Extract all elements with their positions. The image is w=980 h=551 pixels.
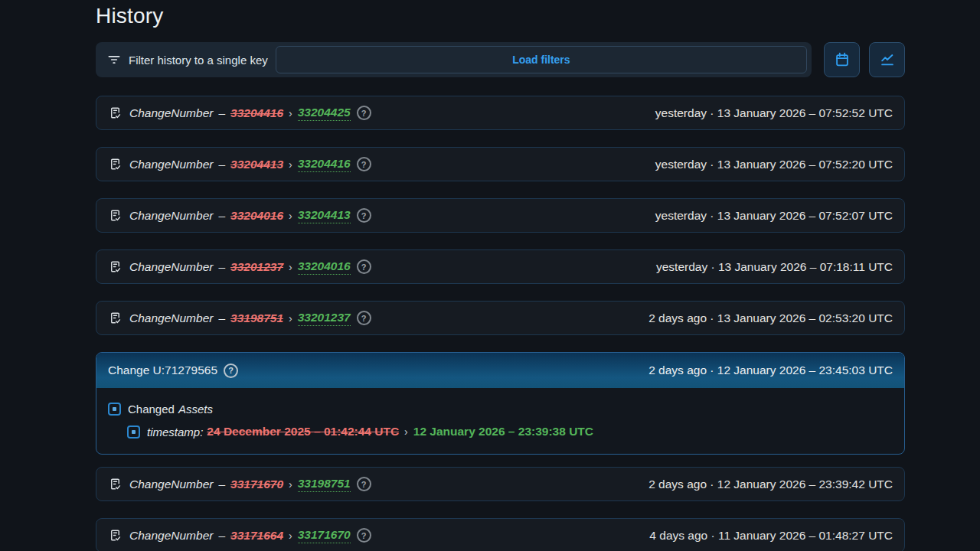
old-value: 33171670 [230,478,283,491]
help-circle-icon[interactable]: ? [357,106,371,120]
expanded-change-header[interactable]: Change U:71279565 ? 2 days ago · 12 Janu… [96,353,904,388]
new-value: 12 January 2026 – 23:39:38 UTC [413,425,593,439]
field-name: ChangeNumber [129,478,213,491]
line-chart-icon [879,51,896,68]
help-circle-icon[interactable]: ? [357,311,371,325]
changelist-check-icon [108,208,122,223]
new-value-link[interactable]: 33204413 [298,208,351,223]
field-name: ChangeNumber [129,529,213,543]
chart-button[interactable] [869,42,905,77]
change-timestamp: 2 days ago · 12 January 2026 – 23:45:03 … [648,364,893,377]
square-dot-bullet-icon [108,403,121,416]
row-timestamp: 2 days ago · 13 January 2026 – 02:53:20 … [648,311,893,325]
field-name: ChangeNumber [129,106,213,120]
changelist-check-icon [108,311,122,325]
new-value-link[interactable]: 33204425 [298,106,351,121]
arrow-separator: › [404,425,408,438]
filter-label: Filter history to a single key [129,54,268,67]
dash-separator: – [218,311,225,325]
history-toolbar: Filter history to a single key Load filt… [96,42,905,77]
row-timestamp: 4 days ago · 11 January 2026 – 01:48:27 … [649,529,893,543]
field-name: ChangeNumber [129,209,213,223]
changelist-check-icon [108,259,122,274]
field-name: ChangeNumber [129,311,213,325]
changelist-check-icon [108,528,122,543]
field-name: ChangeNumber [129,260,213,274]
history-row[interactable]: ChangeNumber – 33171664 › 33171670 ? 4 d… [96,518,905,551]
timestamp-change-line: timestamp: 24 December 2025 – 01:42:44 U… [127,420,893,443]
dash-separator: – [218,106,225,120]
changed-label: Changed [128,403,175,416]
history-row[interactable]: ChangeNumber – 33201237 › 33204016 ? yes… [96,249,905,284]
dash-separator: – [218,260,225,274]
expanded-change-body: Changed Assets timestamp: 24 December 20… [96,388,904,454]
dash-separator: – [218,529,225,543]
old-value: 24 December 2025 – 01:42:44 UTC [207,425,399,439]
changelist-check-icon [108,106,122,120]
history-row[interactable]: ChangeNumber – 33171670 › 33198751 ? 2 d… [96,467,905,501]
filter-lines-icon [106,52,122,67]
page-title: History [96,2,905,31]
field-name: ChangeNumber [129,158,213,171]
help-circle-icon[interactable]: ? [357,259,371,274]
help-circle-icon[interactable]: ? [357,157,371,171]
calendar-icon [834,51,851,68]
history-row[interactable]: ChangeNumber – 33204016 › 33204413 ? yes… [96,198,905,233]
arrow-separator: › [289,261,292,273]
changed-field: Assets [178,403,213,416]
row-timestamp: yesterday · 13 January 2026 – 07:52:07 U… [655,209,893,223]
dash-separator: – [218,209,225,223]
square-dot-bullet-icon [127,425,140,439]
arrow-separator: › [289,478,292,491]
old-value: 33201237 [230,260,283,274]
old-value: 33204413 [230,158,283,171]
dash-separator: – [218,158,225,171]
row-timestamp: 2 days ago · 12 January 2026 – 23:39:42 … [648,478,893,491]
old-value: 33204016 [230,209,283,223]
row-timestamp: yesterday · 13 January 2026 – 07:18:11 U… [656,260,893,274]
dash-separator: – [218,478,225,491]
sub-field-name: timestamp: [147,425,203,439]
changelist-check-icon [108,477,122,491]
old-value: 33204416 [230,106,283,120]
change-title: Change U:71279565 [108,364,217,377]
new-value-link[interactable]: 33201237 [298,311,351,326]
new-value-link[interactable]: 33198751 [298,477,351,492]
load-filters-button[interactable]: Load filters [276,46,807,73]
help-circle-icon[interactable]: ? [357,477,371,491]
arrow-separator: › [289,107,292,119]
new-value-link[interactable]: 33204416 [298,157,351,172]
row-timestamp: yesterday · 13 January 2026 – 07:52:20 U… [655,158,893,171]
old-value: 33198751 [230,311,283,325]
help-circle-icon[interactable]: ? [224,364,238,378]
help-circle-icon[interactable]: ? [357,208,371,223]
history-list: ChangeNumber – 33204416 › 33204425 ? yes… [96,96,905,551]
history-row[interactable]: ChangeNumber – 33198751 › 33201237 ? 2 d… [96,301,905,335]
history-row[interactable]: ChangeNumber – 33204416 › 33204425 ? yes… [96,96,905,130]
new-value-link[interactable]: 33204016 [298,259,351,275]
arrow-separator: › [289,158,292,171]
help-circle-icon[interactable]: ? [357,528,371,543]
history-row[interactable]: ChangeNumber – 33204413 › 33204416 ? yes… [96,147,905,181]
calendar-button[interactable] [824,42,860,77]
old-value: 33171664 [230,529,283,543]
new-value-link[interactable]: 33171670 [298,528,351,543]
history-page: History Filter history to a single key L… [96,0,905,551]
row-timestamp: yesterday · 13 January 2026 – 07:52:52 U… [655,106,893,120]
expanded-change-card: Change U:71279565 ? 2 days ago · 12 Janu… [96,352,905,455]
filter-bar: Filter history to a single key Load filt… [96,42,812,77]
arrow-separator: › [289,312,292,324]
arrow-separator: › [289,530,292,542]
arrow-separator: › [289,210,292,222]
changelist-check-icon [108,157,122,171]
changed-assets-line: Changed Assets [108,397,893,420]
